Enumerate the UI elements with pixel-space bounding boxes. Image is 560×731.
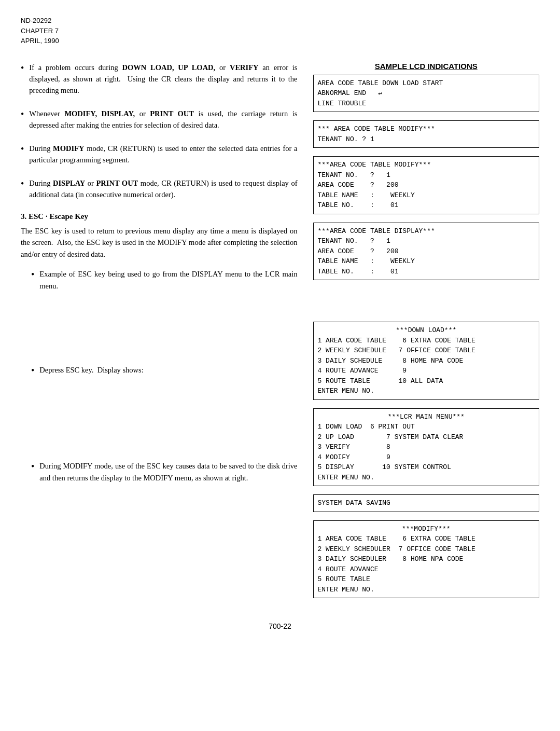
- lcd-line-6-7: ENTER MENU NO.: [318, 473, 535, 483]
- lcd-line-8-4: 3 DAILY SCHEDULER 8 HOME NPA CODE: [318, 554, 535, 564]
- lcd-line-6-1: ***LCR MAIN MENU***: [318, 412, 535, 422]
- lcd-line-5-2: 1 AREA CODE TABLE 6 EXTRA CODE TABLE: [318, 336, 535, 346]
- lcd-box-2: *** AREA CODE TABLE MODIFY*** TENANT NO.…: [313, 120, 540, 148]
- lcd-line-5-1: ***DOWN LOAD***: [318, 325, 535, 336]
- bullet-text-4: During DISPLAY or PRINT OUT mode, CR (RE…: [29, 177, 297, 201]
- sub-bullet-text-2: Depress ESC key. Display shows:: [39, 364, 143, 377]
- lcd-line-3-5: TABLE NO. : 01: [318, 200, 535, 211]
- page-number: 700-22: [21, 622, 539, 630]
- lcd-line-2-1: *** AREA CODE TABLE MODIFY***: [318, 124, 535, 134]
- section-3-body: The ESC key is used to return to previou…: [21, 225, 298, 260]
- lcd-line-8-6: 5 ROUTE TABLE: [318, 574, 535, 585]
- right-column: SAMPLE LCD INDICATIONS AREA CODE TABLE D…: [313, 62, 540, 607]
- lcd-box-5: ***DOWN LOAD*** 1 AREA CODE TABLE 6 EXTR…: [313, 322, 540, 400]
- lcd-line-3-1: ***AREA CODE TABLE MODIFY***: [318, 160, 535, 170]
- bullet-dot-3: •: [21, 143, 24, 166]
- lcd-line-5-7: ENTER MENU NO.: [318, 386, 535, 396]
- lcd-box-6: ***LCR MAIN MENU*** 1 DOWN LOAD 6 PRINT …: [313, 408, 540, 487]
- lcd-line-8-3: 2 WEEKLY SCHEDULER 7 OFFICE CODE TABLE: [318, 544, 535, 555]
- sub-bullet-text-1: Example of ESC key being used to go from…: [39, 268, 297, 292]
- lcd-line-1-3: LINE TROUBLE: [318, 99, 535, 109]
- lcd-line-3-4: TABLE NAME : WEEKLY: [318, 190, 535, 201]
- lcd-line-3-2: TENANT NO. ? 1: [318, 170, 535, 181]
- lcd-line-8-5: 4 ROUTE ADVANCE: [318, 564, 535, 575]
- lcd-box-4: ***AREA CODE TABLE DISPLAY*** TENANT NO.…: [313, 223, 540, 281]
- lcd-line-6-4: 3 VERIFY 8: [318, 442, 535, 452]
- lcd-line-4-2: TENANT NO. ? 1: [318, 236, 535, 246]
- lcd-line-6-2: 1 DOWN LOAD 6 PRINT OUT: [318, 422, 535, 432]
- bullet-4: • During DISPLAY or PRINT OUT mode, CR (…: [21, 177, 298, 201]
- bullet-text-3: During MODIFY mode, CR (RETURN) is used …: [29, 143, 297, 166]
- lcd-line-4-5: TABLE NO. : 01: [318, 267, 535, 277]
- sub-bullet-text-3: During MODIFY mode, use of the ESC key c…: [39, 460, 297, 484]
- lcd-line-3-3: AREA CODE ? 200: [318, 180, 535, 190]
- lcd-line-2-2: TENANT NO. ? 1: [318, 134, 535, 145]
- lcd-line-6-6: 5 DISPLAY 10 SYSTEM CONTROL: [318, 462, 535, 473]
- bullet-dot-4: •: [21, 177, 24, 201]
- sub-bullet-1: • Example of ESC key being used to go fr…: [31, 268, 298, 292]
- lcd-box-3: ***AREA CODE TABLE MODIFY*** TENANT NO. …: [313, 156, 540, 214]
- sub-bullet-dot-2: •: [31, 364, 34, 377]
- lcd-line-6-3: 2 UP LOAD 7 SYSTEM DATA CLEAR: [318, 432, 535, 443]
- left-column: • If a problem occurs during DOWN LOAD, …: [21, 62, 298, 607]
- bullet-text-1: If a problem occurs during DOWN LOAD, UP…: [29, 62, 297, 96]
- lcd-box-1: AREA CODE TABLE DOWN LOAD START ABNORMAL…: [313, 75, 540, 113]
- bullet-text-2: Whenever MODIFY, DISPLAY, or PRINT OUT i…: [29, 108, 297, 131]
- lcd-line-5-4: 3 DAILY SCHEDULE 8 HOME NPA CODE: [318, 356, 535, 366]
- lcd-line-8-2: 1 AREA CODE TABLE 6 EXTRA CODE TABLE: [318, 534, 535, 544]
- lcd-line-8-1: ***MODIFY***: [318, 524, 535, 534]
- sub-bullet-2: • Depress ESC key. Display shows:: [31, 364, 298, 377]
- bullet-2: • Whenever MODIFY, DISPLAY, or PRINT OUT…: [21, 108, 298, 131]
- section-3-title: 3. ESC · Escape Key: [21, 212, 298, 221]
- bullet-dot-1: •: [21, 62, 24, 96]
- lcd-line-4-4: TABLE NAME : WEEKLY: [318, 256, 535, 267]
- page-header: ND-20292 CHAPTER 7 APRIL, 1990: [21, 16, 539, 46]
- bullet-1: • If a problem occurs during DOWN LOAD, …: [21, 62, 298, 96]
- lcd-line-5-6: 5 ROUTE TABLE 10 ALL DATA: [318, 376, 535, 387]
- lcd-line-7-1: SYSTEM DATA SAVING: [318, 498, 535, 508]
- lcd-line-1-1: AREA CODE TABLE DOWN LOAD START: [318, 78, 535, 89]
- sample-lcd-title: SAMPLE LCD INDICATIONS: [313, 62, 540, 71]
- lcd-box-7: SYSTEM DATA SAVING: [313, 494, 540, 512]
- sub-bullet-3: • During MODIFY mode, use of the ESC key…: [31, 460, 298, 484]
- lcd-box-8: ***MODIFY*** 1 AREA CODE TABLE 6 EXTRA C…: [313, 520, 540, 599]
- lcd-line-5-3: 2 WEEKLY SCHEDULE 7 OFFICE CODE TABLE: [318, 346, 535, 356]
- bullet-3: • During MODIFY mode, CR (RETURN) is use…: [21, 143, 298, 166]
- sub-bullet-dot-3: •: [31, 460, 34, 484]
- lcd-line-1-2: ABNORMAL END ↵: [318, 88, 535, 99]
- section-3: 3. ESC · Escape Key The ESC key is used …: [21, 212, 298, 484]
- lcd-line-5-5: 4 ROUTE ADVANCE 9: [318, 366, 535, 376]
- bullet-dot-2: •: [21, 108, 24, 131]
- sub-bullet-dot-1: •: [31, 268, 34, 292]
- lcd-line-6-5: 4 MODIFY 9: [318, 452, 535, 463]
- lcd-line-4-1: ***AREA CODE TABLE DISPLAY***: [318, 226, 535, 237]
- lcd-line-8-7: ENTER MENU NO.: [318, 585, 535, 595]
- lcd-line-4-3: AREA CODE ? 200: [318, 246, 535, 257]
